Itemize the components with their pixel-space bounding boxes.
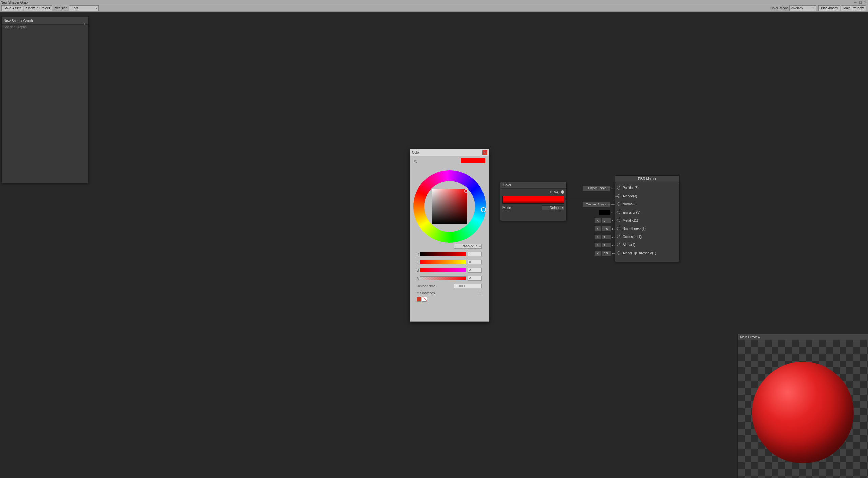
- vec-label: X: [594, 242, 601, 248]
- window-close-icon[interactable]: ✕: [863, 1, 867, 4]
- pbr-in-port[interactable]: [617, 202, 620, 206]
- pbr-input-6: X1•─: [594, 234, 616, 240]
- blackboard-subtitle: Shader Graphs: [2, 25, 88, 30]
- color-node[interactable]: Color Out(4) Mode Default: [500, 182, 567, 221]
- pbr-slot-alphaclipthreshold1: AlphaClipThreshold(1): [615, 249, 679, 257]
- r-input[interactable]: 1: [468, 252, 482, 256]
- swatches-label: Swatches: [420, 291, 435, 295]
- pbr-port-label: Metallic(1): [623, 219, 638, 222]
- vec-label: X: [594, 226, 601, 232]
- b-label: B: [417, 268, 420, 272]
- emission-swatch[interactable]: [599, 210, 611, 215]
- color-mode-label: Color Mode: [770, 6, 788, 10]
- color-node-mode-label: Mode: [502, 206, 511, 210]
- swatches-foldout-icon[interactable]: ▼: [417, 292, 419, 295]
- space-dropdown[interactable]: Object Space: [582, 185, 611, 191]
- main-preview-toggle-button[interactable]: Main Preview: [841, 5, 866, 11]
- connector-icon: •─: [611, 211, 614, 215]
- value-input[interactable]: 0.5: [602, 251, 611, 256]
- save-asset-button[interactable]: Save Asset: [1, 5, 23, 11]
- window-minimize-icon[interactable]: ─: [854, 1, 857, 4]
- pbr-slot-alpha1: Alpha(1): [615, 241, 679, 249]
- main-preview-title[interactable]: Main Preview: [738, 334, 868, 340]
- color-mode-dropdown[interactable]: <None>: [789, 5, 816, 11]
- hue-wheel[interactable]: [413, 170, 486, 243]
- connector-icon: •─: [611, 186, 614, 190]
- precision-label: Precision: [54, 6, 67, 10]
- g-input[interactable]: 0: [468, 260, 482, 264]
- r-slider[interactable]: [420, 252, 466, 256]
- value-input[interactable]: 0.5: [602, 226, 611, 232]
- b-slider[interactable]: [420, 268, 466, 272]
- current-color-swatch[interactable]: [461, 158, 485, 163]
- pbr-slot-metallic1: Metallic(1): [615, 216, 679, 224]
- pbr-in-port[interactable]: [617, 235, 620, 238]
- add-property-button[interactable]: +: [83, 21, 86, 27]
- pbr-port-label: Position(3): [623, 186, 639, 190]
- swatch-0[interactable]: [417, 297, 421, 302]
- sv-square[interactable]: [432, 189, 467, 224]
- pbr-slot-position3: Position(3): [615, 184, 679, 192]
- window-title: New Shader Graph: [1, 1, 30, 4]
- window-maximize-icon[interactable]: ☐: [859, 1, 862, 4]
- preview-viewport[interactable]: [738, 340, 868, 478]
- color-node-mode-dropdown[interactable]: Default: [542, 205, 564, 210]
- pbr-input-8: X0.5•─: [594, 250, 616, 257]
- swatches-menu-icon[interactable]: ⋮: [478, 291, 482, 295]
- pbr-port-label: Albedo(3): [623, 194, 637, 198]
- connector-icon: •─: [612, 219, 615, 223]
- pbr-slot-smoothness1: Smoothness(1): [615, 224, 679, 233]
- pbr-port-label: Normal(3): [623, 202, 637, 206]
- value-input[interactable]: 0: [602, 218, 611, 223]
- pbr-input-2: Tangent Space•─: [582, 201, 615, 208]
- a-slider-bg: [420, 276, 466, 280]
- pbr-in-port[interactable]: [617, 211, 620, 214]
- vec-label: X: [594, 218, 601, 223]
- pbr-slot-emission3: Emission(3): [615, 208, 679, 216]
- pbr-in-port[interactable]: [617, 251, 620, 255]
- value-input[interactable]: 1: [602, 242, 611, 248]
- pbr-master-node[interactable]: Position(3)Albedo(3)Normal(3)Emission(3)…: [615, 182, 680, 262]
- pbr-in-port[interactable]: [617, 219, 620, 222]
- hex-label: Hexadecimal: [417, 284, 436, 288]
- color-picker-title-bar[interactable]: Color ✕: [410, 149, 489, 156]
- main-preview-panel[interactable]: Main Preview: [737, 334, 868, 478]
- g-slider[interactable]: [420, 260, 466, 264]
- vec-label: X: [594, 234, 601, 240]
- connector-icon: •─: [611, 203, 614, 206]
- a-label: A: [417, 277, 420, 280]
- color-format-dropdown[interactable]: RGB 0-1.0: [454, 244, 482, 249]
- pbr-port-label: Occlusion(1): [623, 235, 642, 239]
- color-node-swatch[interactable]: [502, 196, 564, 204]
- blackboard-toggle-button[interactable]: Blackboard: [818, 5, 840, 11]
- value-input[interactable]: 1: [602, 234, 611, 240]
- pbr-in-port[interactable]: [617, 227, 620, 230]
- color-picker-close-button[interactable]: ✕: [482, 150, 487, 155]
- a-slider[interactable]: [420, 276, 466, 280]
- pbr-in-port[interactable]: [617, 186, 620, 190]
- a-input[interactable]: 0: [468, 276, 482, 281]
- window-title-bar: New Shader Graph ─ ☐ ✕: [0, 0, 868, 5]
- pbr-port-label: AlphaClipThreshold(1): [623, 251, 656, 255]
- color-picker-window[interactable]: Color ✕ ✎ RGB 0-1.0 R 1 G 0 B 0 A: [410, 149, 489, 322]
- space-dropdown[interactable]: Tangent Space: [582, 202, 611, 207]
- connector-icon: •─: [612, 243, 615, 247]
- vec-label: X: [594, 251, 601, 256]
- blackboard-panel[interactable]: New Shader Graph Shader Graphs +: [1, 17, 89, 184]
- connector-icon: •─: [615, 195, 618, 198]
- pbr-master-title[interactable]: PBR Master: [615, 175, 680, 182]
- color-picker-title: Color: [412, 151, 420, 154]
- pbr-slot-occlusion1: Occlusion(1): [615, 233, 679, 241]
- pbr-in-port[interactable]: [617, 243, 620, 246]
- eyedropper-icon[interactable]: ✎: [413, 159, 417, 164]
- show-in-project-button[interactable]: Show In Project: [24, 5, 52, 11]
- precision-dropdown[interactable]: Float: [69, 5, 99, 11]
- color-node-out-port[interactable]: [561, 190, 564, 194]
- pbr-input-4: X0•─: [594, 217, 616, 224]
- color-node-title[interactable]: Color: [500, 182, 566, 189]
- pbr-input-3: •─: [599, 209, 615, 216]
- hex-input[interactable]: FF0000: [454, 284, 482, 288]
- b-input[interactable]: 0: [468, 268, 482, 273]
- swatch-add[interactable]: [422, 297, 427, 302]
- connector-icon: •─: [612, 252, 615, 255]
